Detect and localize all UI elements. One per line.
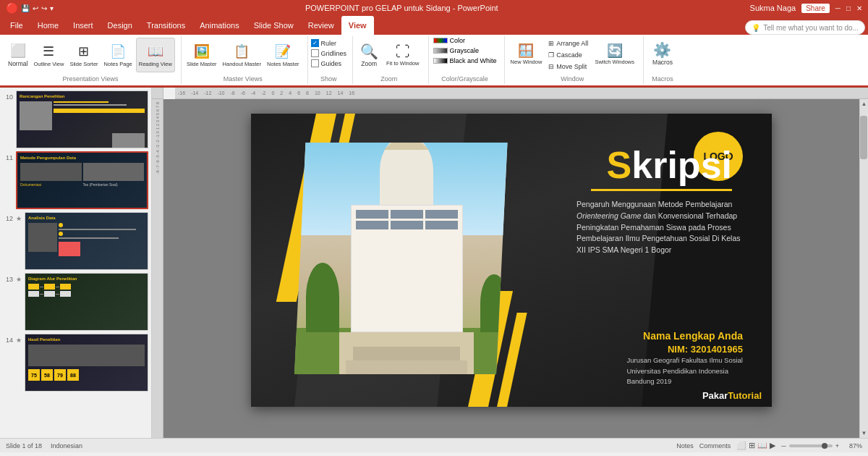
tab-file[interactable]: File — [3, 16, 30, 35]
tab-insert[interactable]: Insert — [66, 16, 101, 35]
thumb-12-title: Analisis Data — [28, 216, 145, 220]
title-bar-right: Sukma Naga Share ─ □ ✕ — [750, 4, 862, 13]
thumb-13-box5 — [44, 291, 55, 297]
scrollbar-track[interactable] — [860, 109, 868, 428]
sorter-view-status[interactable]: ⊞ — [749, 441, 755, 450]
presentation-view-status[interactable]: ▶ — [770, 441, 775, 450]
slide-master-btn[interactable]: 🖼️ Slide Master — [184, 38, 219, 72]
window-label: Window — [508, 74, 637, 83]
scroll-down-arrow[interactable]: ▼ — [860, 428, 868, 438]
zoom-out-btn[interactable]: ─ — [781, 442, 786, 449]
thumb-14-img — [28, 345, 145, 366]
slide-sorter-btn[interactable]: ⊞ Slide Sorter — [67, 38, 100, 72]
close-btn[interactable]: ✕ — [856, 4, 862, 12]
canvas-wrapper: -16 -14 -12 -10 -8 -6 -4 -2 0 2 4 6 8 10… — [152, 88, 868, 438]
handout-master-btn[interactable]: 📋 Handout Master — [221, 38, 263, 72]
thumb-11-doc — [20, 163, 82, 181]
slide-item-12[interactable]: 12 ★ Analisis Data — [3, 212, 148, 270]
view-mode-buttons: ⬜ ⊞ 📖 ▶ — [736, 441, 775, 450]
zoom-slider[interactable] — [789, 444, 833, 447]
qa-save[interactable]: 💾 — [21, 4, 30, 12]
slide-university: Jurusan Geografi Fakultas Ilmu Sosial Un… — [626, 355, 743, 387]
tab-transitions[interactable]: Transitions — [140, 16, 192, 35]
tell-me-bar[interactable]: 💡 Tell me what you want to do... — [745, 20, 865, 35]
switch-icon: 🔄 — [607, 43, 623, 59]
slide-thumb-11[interactable]: Metode Pengumpulan Data Dokumentasi Tes … — [16, 151, 148, 209]
ruler-mark-neg6: -6 — [238, 90, 248, 96]
title-bar-center: POWERPOINT pro GELAP untuk Sidang - Powe… — [54, 4, 750, 12]
thumb-12-content — [28, 223, 145, 256]
status-left: Slide 1 of 18 Indonesian — [6, 442, 82, 449]
color-buttons: Color Grayscale Black and White — [432, 36, 498, 65]
reading-view-status[interactable]: 📖 — [757, 441, 767, 450]
comments-btn[interactable]: Comments — [699, 442, 731, 449]
share-button[interactable]: Share — [801, 4, 830, 13]
notes-page-btn[interactable]: 📄 Notes Page — [102, 38, 135, 72]
canvas-main: -8 -7 -6 -5 -4 -3 -2 -1 0 1 2 3 4 5 6 7 … — [152, 99, 868, 438]
normal-view-status[interactable]: ⬜ — [736, 441, 746, 450]
notes-master-btn[interactable]: 📝 Notes Master — [265, 38, 302, 72]
status-right: Notes Comments ⬜ ⊞ 📖 ▶ ─ + 87% — [676, 441, 862, 450]
tab-home[interactable]: Home — [30, 16, 66, 35]
thumb-10-line2 — [54, 104, 127, 106]
guides-checkbox[interactable]: Guides — [311, 59, 347, 67]
ruler-checkbox[interactable]: ✓ Ruler — [311, 39, 347, 47]
slide-title: Skripsi — [607, 146, 732, 184]
right-scrollbar[interactable]: ▲ ▼ — [859, 99, 868, 438]
thumb-10-content: Lapangan — [20, 101, 145, 130]
reading-view-btn[interactable]: 📖 Reading View — [136, 38, 175, 72]
new-window-btn[interactable]: 🪟 New Window — [508, 36, 545, 71]
ruler-mark-4: 4 — [286, 90, 294, 96]
slide-item-11[interactable]: 11 Metode Pengumpulan Data Dokumentasi T… — [3, 151, 148, 209]
slide-thumb-13[interactable]: Diagram Alur Penelitian — [25, 273, 148, 331]
notes-btn[interactable]: Notes — [676, 442, 694, 449]
zoom-level[interactable]: 87% — [842, 442, 862, 449]
scroll-up-arrow[interactable]: ▲ — [860, 99, 868, 109]
thumb-13-arrow2 — [56, 287, 59, 287]
cascade-btn[interactable]: ❐ Cascade — [546, 50, 590, 60]
win1 — [356, 210, 388, 219]
gridlines-checkbox[interactable]: Gridlines — [311, 49, 347, 57]
zoom-buttons: 🔍 Zoom ⛶ Fit to Window — [356, 36, 422, 74]
normal-view-btn[interactable]: ⬜ Normal — [6, 38, 30, 72]
slide-item-13[interactable]: 13 ★ Diagram Alur Penelitian — [3, 273, 148, 331]
grayscale-btn[interactable]: Grayscale — [432, 46, 498, 55]
cascade-icon: ❐ — [548, 51, 554, 59]
qa-redo[interactable]: ↪ — [41, 4, 47, 12]
slide-item-14[interactable]: 14 ★ Hasil Penelitian 75 58 79 88 — [3, 334, 148, 392]
zoom-in-btn[interactable]: + — [835, 442, 839, 449]
tab-animations[interactable]: Animations — [192, 16, 246, 35]
tab-slideshow[interactable]: Slide Show — [247, 16, 301, 35]
canvas-scroll-area[interactable]: LOGO Skripsi Pengaruh Menggunaan Metode … — [163, 99, 859, 438]
move-split-btn[interactable]: ⊟ Move Split — [546, 62, 590, 72]
slide-brand: PakarTutorial — [702, 390, 762, 401]
thumb-13-flow-row2 — [28, 291, 145, 297]
arrange-section: ⊞ Arrange All ❐ Cascade ⊟ Move Split — [546, 36, 590, 74]
minimize-btn[interactable]: ─ — [835, 4, 841, 12]
slide-thumb-10[interactable]: Rancangan Penelitian Lapangan — [16, 90, 148, 148]
maximize-btn[interactable]: □ — [846, 4, 851, 12]
fit-window-btn[interactable]: ⛶ Fit to Window — [383, 38, 422, 72]
qa-undo[interactable]: ↩ — [33, 4, 38, 12]
handout-icon: 📋 — [234, 43, 250, 59]
rotunda — [380, 143, 433, 205]
tab-view[interactable]: View — [341, 16, 374, 35]
color-btn[interactable]: Color — [432, 36, 498, 45]
slide-item-10[interactable]: 10 Rancangan Penelitian Lapangan — [3, 90, 148, 148]
slide-thumb-14[interactable]: Hasil Penelitian 75 58 79 88 — [25, 334, 148, 392]
black-white-btn[interactable]: Black and White — [432, 56, 498, 65]
brand-tutorial: Tutorial — [728, 390, 762, 401]
tab-design[interactable]: Design — [101, 16, 140, 35]
zoom-btn[interactable]: 🔍 Zoom — [356, 38, 382, 72]
reading-icon: 📖 — [148, 43, 163, 59]
macros-btn[interactable]: ⚙️ Macros — [647, 36, 678, 71]
slide-thumb-12[interactable]: Analisis Data — [25, 212, 148, 270]
scrollbar-thumb[interactable] — [860, 116, 867, 159]
slide-description: Pengaruh Menggunaan Metode Pembelajaran … — [576, 199, 743, 256]
outline-view-btn[interactable]: ☰ Outline View — [31, 38, 66, 72]
switch-windows-btn[interactable]: 🔄 Switch Windows — [592, 36, 637, 71]
zoom-bar: ─ + 87% — [781, 442, 862, 449]
title-underline — [591, 189, 732, 191]
tab-review[interactable]: Review — [301, 16, 341, 35]
arrange-all-btn[interactable]: ⊞ Arrange All — [546, 38, 590, 48]
